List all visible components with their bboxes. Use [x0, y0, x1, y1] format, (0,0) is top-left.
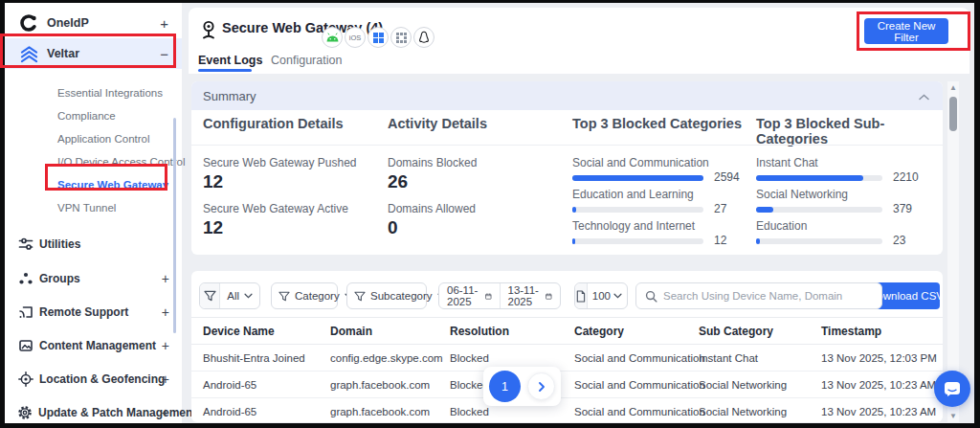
cell-category: Social and Communication: [574, 345, 705, 372]
funnel-icon: [278, 291, 290, 302]
next-page-button[interactable]: [527, 372, 555, 400]
sidebar-item-io-device-access-control[interactable]: I/O Device Access Control: [57, 150, 172, 173]
sidebar-item-label: Remote Support: [39, 305, 128, 319]
cell-domain: graph.facebook.com: [330, 372, 430, 398]
search-field[interactable]: [635, 282, 882, 309]
sidebar-item-oneidp[interactable]: OneIdP +: [5, 9, 182, 37]
sidebar-item-essential-integrations[interactable]: Essential Integrations: [57, 81, 172, 104]
bar-value: 23: [893, 234, 905, 247]
expand-plus-icon[interactable]: +: [162, 271, 169, 286]
cell-category: Social and Communication: [574, 372, 705, 398]
search-input[interactable]: [663, 290, 881, 302]
ios-icon: iOS: [345, 27, 366, 48]
sliders-icon: [17, 237, 33, 253]
cell-domain: config.edge.skype.com: [330, 345, 443, 372]
bar-value: 12: [714, 234, 726, 247]
date-range-picker[interactable]: 06-11-2025 13-11-2025: [438, 282, 561, 309]
filter-subcategory-value: Subcategory: [370, 290, 433, 302]
sidebar-item-compliance[interactable]: Compliance: [57, 104, 172, 127]
bar-label: Social Networking: [756, 188, 848, 201]
bar-fill: [572, 175, 703, 181]
main-scrollbar-thumb[interactable]: [949, 97, 957, 131]
bar-value: 2210: [893, 170, 919, 184]
sidebar-item-update-patch-management[interactable]: Update & Patch Management +: [5, 401, 182, 424]
sidebar-item-vpn-tunnel[interactable]: VPN Tunnel: [57, 196, 172, 219]
sidebar-item-location-geofencing[interactable]: Location & Geofencing +: [5, 368, 182, 391]
bar-value: 379: [893, 202, 912, 215]
cell-timestamp: 13 Nov 2025, 12:03 PM: [821, 345, 937, 372]
page-header: Secure Web Gateway (4) iOS Event Logs Co…: [189, 8, 969, 74]
calendar-icon: [485, 291, 492, 302]
stat-label: Secure Web Gateway Pushed: [203, 156, 357, 169]
expand-plus-icon[interactable]: +: [162, 372, 169, 387]
bar-label: Education: [756, 219, 807, 233]
expand-plus-icon[interactable]: +: [162, 338, 169, 353]
cell-device-name: Android-65: [203, 372, 256, 398]
cell-timestamp: 13 Nov 2025, 10:23 AM: [821, 398, 936, 422]
secure-web-gateway-icon: [198, 19, 219, 44]
calendar-icon: [546, 291, 552, 302]
bar-track: [572, 175, 703, 181]
bar-track: [572, 207, 703, 213]
scroll-up-arrow-icon[interactable]: ▲: [947, 83, 959, 92]
create-new-filter-button[interactable]: Create New Filter: [864, 18, 948, 44]
collapse-minus-icon[interactable]: −: [160, 46, 168, 62]
chat-bubble-icon: [944, 381, 961, 397]
sidebar-item-remote-support[interactable]: Remote Support +: [5, 301, 182, 324]
filter-all-dropdown[interactable]: All: [199, 282, 260, 309]
sidebar-item-groups[interactable]: Groups +: [5, 267, 182, 290]
expand-plus-icon[interactable]: +: [160, 15, 168, 32]
chevron-right-icon: [539, 382, 545, 392]
tab-configuration[interactable]: Configuration: [271, 54, 342, 67]
cell-sub-category: Social Networking: [699, 398, 787, 422]
filter-category-value: Category: [295, 290, 340, 302]
groups-dots-icon: [17, 271, 33, 287]
table-row[interactable]: Android-65 graph.facebook.com Blocked So…: [191, 398, 943, 422]
sidebar-item-application-control[interactable]: Application Control: [57, 127, 172, 150]
android-icon: [322, 27, 343, 48]
stat-value: 26: [388, 171, 408, 192]
divider: [191, 145, 943, 146]
bar-fill: [756, 175, 863, 181]
bar-label: Technology and Internet: [572, 219, 695, 233]
sidebar-item-utilities[interactable]: Utilities: [5, 233, 182, 256]
search-icon: [645, 290, 657, 303]
linux-icon: [413, 27, 434, 48]
column-header-sub-category: Sub Category: [699, 318, 773, 346]
expand-plus-icon[interactable]: +: [162, 405, 169, 420]
bar-track: [572, 238, 703, 244]
table-row[interactable]: Android-65 graph.facebook.com Blocked So…: [191, 372, 943, 398]
date-to-value: 13-11-2025: [508, 284, 542, 307]
cell-resolution: Blocked: [450, 398, 489, 422]
summary-header[interactable]: Summary: [191, 81, 943, 110]
event-logs-panel: All Category Subcategory 06-11-2025: [191, 271, 943, 422]
bar-fill: [572, 207, 576, 213]
sidebar-item-content-management[interactable]: Content Management +: [5, 334, 182, 357]
table-row[interactable]: Bhushit-Entra Joined config.edge.skype.c…: [191, 345, 943, 372]
sidebar-item-secure-web-gateway[interactable]: Secure Web Gateway: [57, 173, 172, 196]
geofence-target-icon: [17, 372, 33, 388]
funnel-icon: [354, 291, 366, 302]
stat-label: Secure Web Gateway Active: [203, 202, 348, 215]
stat-value: 12: [203, 217, 223, 238]
sidebar-item-veltar[interactable]: Veltar −: [5, 38, 182, 69]
page-size-dropdown[interactable]: 100: [574, 282, 628, 309]
tab-event-logs[interactable]: Event Logs: [198, 54, 262, 67]
expand-plus-icon[interactable]: +: [162, 304, 169, 320]
date-from-field[interactable]: 06-11-2025: [439, 283, 501, 308]
sidebar-item-label: Groups: [39, 272, 80, 285]
sidebar-scrollbar-thumb[interactable]: [173, 118, 176, 333]
chevron-up-icon[interactable]: [919, 87, 929, 104]
top-blocked-categories-title: Top 3 Blocked Categories: [572, 116, 742, 131]
filter-category-dropdown[interactable]: Category: [271, 282, 338, 309]
column-header-device-name: Device Name: [203, 318, 275, 346]
chat-widget-button[interactable]: [934, 371, 970, 407]
scroll-down-arrow-icon[interactable]: ▼: [947, 412, 959, 420]
filter-subcategory-dropdown[interactable]: Subcategory: [346, 282, 427, 309]
sidebar-item-label: Location & Geofencing: [39, 372, 165, 386]
bar-track: [756, 175, 882, 181]
configuration-details-title: Configuration Details: [203, 116, 344, 131]
page-number-button[interactable]: 1: [489, 371, 521, 402]
cell-category: Social and Communication: [574, 398, 705, 422]
date-to-field[interactable]: 13-11-2025: [501, 283, 561, 308]
